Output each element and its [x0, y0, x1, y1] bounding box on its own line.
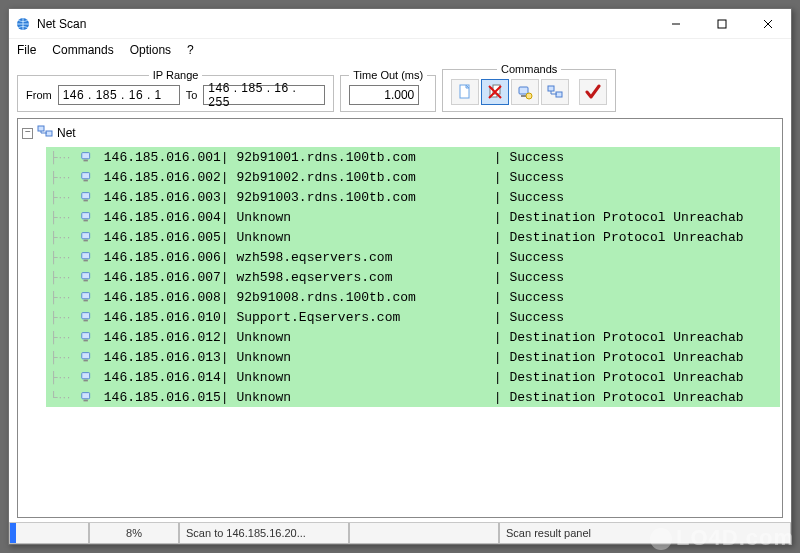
check-button[interactable] [579, 79, 607, 105]
svg-rect-20 [82, 233, 90, 239]
svg-rect-13 [84, 160, 88, 162]
tree-branch-icon: ├··· [46, 151, 78, 163]
svg-rect-27 [84, 300, 88, 302]
result-row-text: 146.185.016.007| wzh598.eqservers.com | … [96, 270, 780, 285]
tree-branch-icon: ├··· [46, 231, 78, 243]
host-button[interactable] [511, 79, 539, 105]
check-icon [585, 84, 601, 100]
svg-rect-19 [84, 220, 88, 222]
commands-group: Commands [442, 63, 616, 112]
stop-scan-button[interactable] [481, 79, 509, 105]
result-row[interactable]: ├··· 146.185.016.014| Unknown | Destinat… [46, 367, 780, 387]
tree-branch-icon: ├··· [46, 251, 78, 263]
host-node-icon [78, 350, 96, 364]
svg-rect-12 [82, 153, 90, 159]
host-node-icon [78, 310, 96, 324]
tree-branch-icon: ├··· [46, 271, 78, 283]
host-node-icon [78, 190, 96, 204]
svg-rect-18 [82, 213, 90, 219]
tree-branch-icon: ├··· [46, 211, 78, 223]
tree-branch-icon: └··· [46, 391, 78, 403]
ip-to-input[interactable]: 146 . 185 . 16 . 255 [203, 85, 325, 105]
result-row[interactable]: ├··· 146.185.016.007| wzh598.eqservers.c… [46, 267, 780, 287]
result-row[interactable]: ├··· 146.185.016.008| 92b91008.rdns.100t… [46, 287, 780, 307]
minimize-button[interactable] [653, 9, 699, 38]
tree-root[interactable]: − Net [20, 121, 780, 147]
result-row[interactable]: ├··· 146.185.016.004| Unknown | Destinat… [46, 207, 780, 227]
svg-rect-23 [84, 260, 88, 262]
ip-range-label: IP Range [149, 69, 203, 81]
result-row[interactable]: ├··· 146.185.016.006| wzh598.eqservers.c… [46, 247, 780, 267]
tree-branch-icon: ├··· [46, 371, 78, 383]
title-bar: Net Scan [9, 9, 791, 39]
svg-rect-1 [718, 20, 726, 28]
menu-options[interactable]: Options [130, 43, 171, 57]
menu-commands[interactable]: Commands [52, 43, 113, 57]
svg-rect-36 [82, 393, 90, 399]
from-label: From [26, 89, 52, 101]
expander-icon[interactable]: − [22, 128, 33, 139]
toolbar: IP Range From 146 . 185 . 16 . 1 To 146 … [9, 63, 791, 118]
timeout-input[interactable]: 1.000 [349, 85, 419, 105]
svg-rect-35 [84, 380, 88, 382]
host-node-icon [78, 230, 96, 244]
host-node-icon [78, 210, 96, 224]
svg-rect-5 [519, 87, 528, 94]
ip-from-input[interactable]: 146 . 185 . 16 . 1 [58, 85, 180, 105]
svg-rect-24 [82, 273, 90, 279]
result-row[interactable]: ├··· 146.185.016.001| 92b91001.rdns.100t… [46, 147, 780, 167]
result-row-text: 146.185.016.006| wzh598.eqservers.com | … [96, 250, 780, 265]
maximize-button[interactable] [699, 9, 745, 38]
svg-rect-15 [84, 180, 88, 182]
to-label: To [186, 89, 198, 101]
result-row[interactable]: ├··· 146.185.016.013| Unknown | Destinat… [46, 347, 780, 367]
result-row-text: 146.185.016.002| 92b91002.rdns.100tb.com… [96, 170, 780, 185]
svg-rect-17 [84, 200, 88, 202]
svg-rect-25 [84, 280, 88, 282]
menu-file[interactable]: File [17, 43, 36, 57]
result-row[interactable]: ├··· 146.185.016.002| 92b91002.rdns.100t… [46, 167, 780, 187]
results-panel[interactable]: − Net ├··· 146.185.016.001| 92b91001.rdn… [17, 118, 783, 518]
svg-rect-31 [84, 340, 88, 342]
new-scan-button[interactable] [451, 79, 479, 105]
svg-rect-10 [38, 126, 44, 131]
host-node-icon [78, 390, 96, 404]
scan-to-status: Scan to 146.185.16.20... [179, 523, 349, 544]
result-row-text: 146.185.016.012| Unknown | Destination P… [96, 330, 780, 345]
menu-bar: File Commands Options ? [9, 39, 791, 63]
ip-range-group: IP Range From 146 . 185 . 16 . 1 To 146 … [17, 69, 334, 112]
tree-branch-icon: ├··· [46, 291, 78, 303]
scan-result-panel-label: Scan result panel [499, 523, 791, 544]
tree-branch-icon: ├··· [46, 191, 78, 203]
result-row[interactable]: ├··· 146.185.016.010| Support.Eqservers.… [46, 307, 780, 327]
stop-scan-icon [487, 84, 503, 100]
timeout-group: Time Out (ms) 1.000 [340, 69, 436, 112]
menu-help[interactable]: ? [187, 43, 194, 57]
result-row[interactable]: ├··· 146.185.016.003| 92b91003.rdns.100t… [46, 187, 780, 207]
result-row-text: 146.185.016.004| Unknown | Destination P… [96, 210, 780, 225]
result-row[interactable]: └··· 146.185.016.015| Unknown | Destinat… [46, 387, 780, 407]
svg-rect-34 [82, 373, 90, 379]
result-row-text: 146.185.016.003| 92b91003.rdns.100tb.com… [96, 190, 780, 205]
window-title: Net Scan [37, 17, 653, 31]
app-window: Net Scan File Commands Options ? IP Rang… [8, 8, 792, 545]
network-button[interactable] [541, 79, 569, 105]
app-icon [15, 16, 31, 32]
commands-label: Commands [497, 63, 561, 75]
close-button[interactable] [745, 9, 791, 38]
status-bar: 8% Scan to 146.185.16.20... Scan result … [9, 522, 791, 544]
tree-branch-icon: ├··· [46, 171, 78, 183]
svg-rect-22 [82, 253, 90, 259]
host-node-icon [78, 370, 96, 384]
svg-rect-6 [521, 95, 526, 97]
tree-branch-icon: ├··· [46, 311, 78, 323]
svg-rect-26 [82, 293, 90, 299]
progress-bar [9, 523, 89, 544]
svg-rect-28 [82, 313, 90, 319]
result-row[interactable]: ├··· 146.185.016.005| Unknown | Destinat… [46, 227, 780, 247]
svg-rect-29 [84, 320, 88, 322]
tree-branch-icon: ├··· [46, 331, 78, 343]
svg-rect-8 [548, 86, 554, 91]
host-node-icon [78, 330, 96, 344]
result-row[interactable]: ├··· 146.185.016.012| Unknown | Destinat… [46, 327, 780, 347]
